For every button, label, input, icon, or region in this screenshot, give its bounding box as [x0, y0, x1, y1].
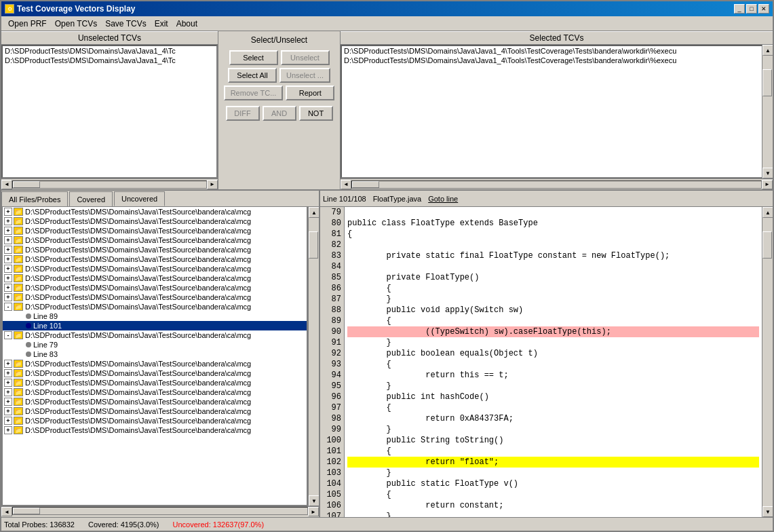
vscroll-down-btn[interactable]: ▼: [762, 168, 773, 178]
menu-save-tcvs[interactable]: Save TCVs: [101, 18, 150, 30]
selected-vscrollbar[interactable]: ▲ ▼: [762, 45, 773, 178]
not-button[interactable]: NOT: [299, 106, 333, 121]
tree-item[interactable]: + 📁 D:\SDProductTests\DMS\Domains\Java\T…: [3, 264, 307, 273]
menu-open-tcvs[interactable]: Open TCVs: [51, 18, 101, 30]
unselected-list[interactable]: D:\SDProductTests\DMS\Domains\Java\Java1…: [1, 45, 218, 178]
tree-item[interactable]: + 📁 D:\SDProductTests\DMS\Domains\Java\T…: [3, 359, 307, 368]
selected-scrollbar-h[interactable]: ◄ ►: [341, 178, 773, 189]
expand-icon[interactable]: -: [4, 303, 12, 311]
tree-vscrollbar[interactable]: ▲ ▼: [308, 207, 319, 506]
expand-icon[interactable]: +: [4, 217, 12, 225]
code-vscroll-up[interactable]: ▲: [762, 207, 773, 218]
scroll-right-btn[interactable]: ►: [207, 180, 218, 189]
tree-item[interactable]: + 📁 D:\SDProductTests\DMS\Domains\Java\T…: [3, 387, 307, 397]
code-vscroll-thumb[interactable]: [762, 231, 772, 259]
expand-icon[interactable]: +: [4, 284, 12, 292]
selected-list-item[interactable]: D:\SDProductTests\DMS\Domains\Java\Java1…: [342, 46, 762, 56]
selected-list[interactable]: D:\SDProductTests\DMS\Domains\Java\Java1…: [341, 45, 762, 178]
select-button[interactable]: Select: [229, 50, 278, 65]
expand-icon[interactable]: +: [4, 417, 12, 425]
tree-item[interactable]: + 📁 D:\SDProductTests\DMS\Domains\Java\T…: [3, 378, 307, 387]
expand-icon[interactable]: +: [4, 208, 12, 216]
tree-item[interactable]: Line 79: [3, 340, 307, 349]
tree-item[interactable]: + 📁 D:\SDProductTests\DMS\Domains\Java\T…: [3, 368, 307, 378]
tree-item-label: D:\SDProductTests\DMS\Domains\Java\TestS…: [25, 360, 251, 368]
tab-covered[interactable]: Covered: [69, 191, 113, 206]
expand-icon[interactable]: +: [4, 265, 12, 273]
menu-about[interactable]: About: [172, 18, 201, 30]
minimize-button[interactable]: _: [734, 4, 745, 14]
and-button[interactable]: AND: [263, 106, 296, 121]
scroll-left-btn[interactable]: ◄: [1, 180, 12, 189]
tree-item[interactable]: + 📁 D:\SDProductTests\DMS\Domains\Java\T…: [3, 273, 307, 283]
tree-item[interactable]: Line 89: [3, 311, 307, 321]
expand-icon[interactable]: +: [4, 407, 12, 415]
tab-uncovered[interactable]: Uncovered: [114, 191, 165, 206]
tree-item[interactable]: + 📁 D:\SDProductTests\DMS\Domains\Java\T…: [3, 406, 307, 416]
line-num: 79: [323, 207, 341, 218]
tree-item-label: D:\SDProductTests\DMS\Domains\Java\TestS…: [25, 274, 251, 282]
tree-item[interactable]: + 📁 D:\SDProductTests\DMS\Domains\Java\T…: [3, 245, 307, 254]
tab-all-files[interactable]: All Files/Probes: [1, 191, 68, 206]
tree-scrollbar-h[interactable]: ◄ ►: [1, 506, 319, 517]
unselect-dots-button[interactable]: Unselect ...: [279, 68, 330, 83]
scroll-left-btn[interactable]: ◄: [341, 180, 351, 189]
expand-icon[interactable]: +: [4, 293, 12, 301]
scroll-thumb-h[interactable]: [13, 181, 40, 188]
report-button[interactable]: Report: [286, 86, 334, 100]
selected-list-item[interactable]: D:\SDProductTests\DMS\Domains\Java\Java1…: [342, 56, 762, 65]
tree-item-selected[interactable]: Line 101: [3, 321, 307, 330]
diff-button[interactable]: DIFF: [226, 106, 260, 121]
tree-item[interactable]: + 📁 D:\SDProductTests\DMS\Domains\Java\T…: [3, 254, 307, 264]
remove-tc-button[interactable]: Remove TC...: [224, 86, 284, 100]
tree-vscroll-down[interactable]: ▼: [309, 495, 319, 506]
tree-scroll-right[interactable]: ►: [308, 507, 319, 516]
tree-item[interactable]: + 📁 D:\SDProductTests\DMS\Domains\Java\T…: [3, 416, 307, 425]
tree-scroll-thumb[interactable]: [13, 508, 40, 514]
tree-item[interactable]: + 📁 D:\SDProductTests\DMS\Domains\Java\T…: [3, 283, 307, 292]
maximize-button[interactable]: □: [746, 4, 757, 14]
expand-icon[interactable]: +: [4, 246, 12, 254]
scroll-right-btn[interactable]: ►: [762, 180, 773, 189]
expand-icon[interactable]: +: [4, 255, 12, 263]
tree-item[interactable]: - 📁 D:\SDProductTests\DMS\Domains\Java\T…: [3, 330, 307, 340]
expand-icon[interactable]: +: [4, 388, 12, 396]
tree-item[interactable]: Line 83: [3, 349, 307, 359]
vscroll-thumb[interactable]: [762, 69, 772, 96]
tree-item[interactable]: + 📁 D:\SDProductTests\DMS\Domains\Java\T…: [3, 235, 307, 245]
expand-icon[interactable]: +: [4, 426, 12, 434]
expand-icon[interactable]: -: [4, 331, 12, 339]
scroll-thumb-h[interactable]: [352, 181, 379, 188]
menu-open-prf[interactable]: Open PRF: [4, 18, 51, 30]
tree-item[interactable]: + 📁 D:\SDProductTests\DMS\Domains\Java\T…: [3, 216, 307, 226]
expand-icon[interactable]: +: [4, 398, 12, 406]
unselected-scrollbar-h[interactable]: ◄ ►: [1, 178, 218, 189]
tree-item[interactable]: + 📁 D:\SDProductTests\DMS\Domains\Java\T…: [3, 226, 307, 235]
expand-icon[interactable]: +: [4, 379, 12, 387]
tree-vscroll-thumb[interactable]: [309, 231, 318, 259]
expand-icon[interactable]: +: [4, 236, 12, 244]
tree-item[interactable]: + 📁 D:\SDProductTests\DMS\Domains\Java\T…: [3, 397, 307, 406]
code-vscrollbar[interactable]: ▲ ▼: [762, 207, 773, 517]
expand-icon[interactable]: +: [4, 274, 12, 282]
line-num: 91: [323, 337, 341, 348]
tree-item[interactable]: + 📁 D:\SDProductTests\DMS\Domains\Java\T…: [3, 425, 307, 435]
list-item[interactable]: D:\SDProductTests\DMS\Domains\Java\Java1…: [3, 56, 216, 65]
expand-icon[interactable]: +: [4, 227, 12, 235]
menu-exit[interactable]: Exit: [151, 18, 172, 30]
unselect-button[interactable]: Unselect: [281, 50, 330, 65]
close-button[interactable]: ✕: [758, 4, 769, 14]
tree-vscroll-up[interactable]: ▲: [309, 207, 319, 218]
goto-label[interactable]: Goto line: [428, 195, 458, 203]
expand-icon[interactable]: +: [4, 369, 12, 377]
tree-item[interactable]: - 📁 D:\SDProductTests\DMS\Domains\Java\T…: [3, 302, 307, 311]
tree-item[interactable]: + 📁 D:\SDProductTests\DMS\Domains\Java\T…: [3, 292, 307, 302]
tree-scroll-left[interactable]: ◄: [1, 507, 12, 516]
tree-item[interactable]: + 📁 D:\SDProductTests\DMS\Domains\Java\T…: [3, 207, 307, 216]
select-all-button[interactable]: Select All: [228, 68, 277, 83]
folder-icon: 📁: [14, 284, 23, 292]
expand-icon[interactable]: +: [4, 360, 12, 368]
list-item[interactable]: D:\SDProductTests\DMS\Domains\Java\Java1…: [3, 46, 216, 56]
code-vscroll-down[interactable]: ▼: [762, 506, 773, 517]
vscroll-up-btn[interactable]: ▲: [762, 45, 773, 56]
